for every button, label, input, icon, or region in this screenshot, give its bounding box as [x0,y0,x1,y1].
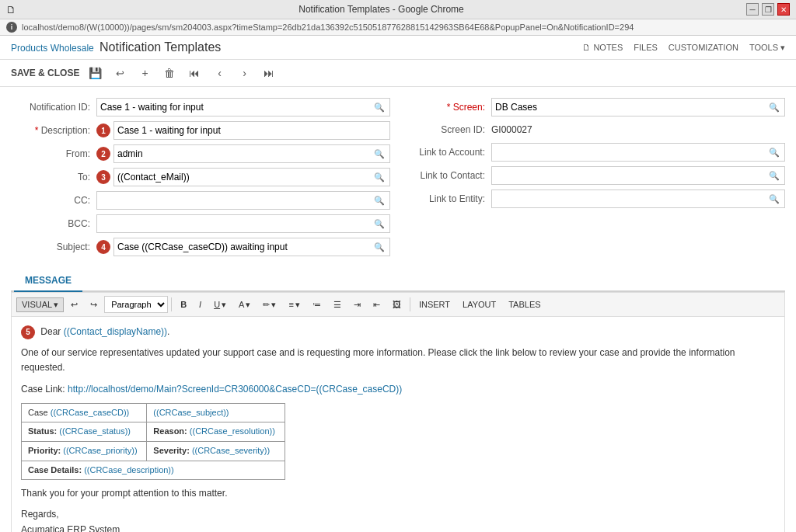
table-row-3: Priority: ((CRCase_priority)) Severity: … [22,441,285,461]
notes-button[interactable]: 🗋 NOTES [582,43,623,52]
align-chevron: ▾ [295,300,300,310]
case-subject-cell: ((CRCase_subject)) [147,403,285,422]
restore-button[interactable]: ❐ [762,3,774,16]
from-input[interactable] [117,148,372,159]
page-wrapper: 🗋 Notification Templates - Google Chrome… [0,0,796,532]
align-button[interactable]: ≡ ▾ [283,297,305,312]
last-button[interactable]: ⏭ [260,64,278,82]
description-input-wrap [113,121,390,140]
add-button[interactable]: + [135,64,154,82]
layout-button[interactable]: LAYOUT [457,297,501,311]
save-close-button[interactable]: SAVE & CLOSE [11,66,79,80]
paragraph-select[interactable]: Paragraph [104,296,168,313]
font-color-button[interactable]: A ▾ [233,297,256,312]
first-button[interactable]: ⏮ [185,64,204,82]
next-button[interactable]: › [235,64,253,82]
bcc-input[interactable] [100,218,372,229]
priority-label: Priority: [28,446,61,455]
case-link-url: http://localhost/demo/Main?ScreenId=CR30… [68,384,402,395]
form-left-column: Notification ID: 🔍 Description: 1 [11,98,390,261]
italic-button[interactable]: I [194,297,207,311]
customization-button[interactable]: CUSTOMIZATION [669,43,738,52]
to-search-button[interactable]: 🔍 [372,172,386,183]
tools-button[interactable]: TOOLS ▾ [749,43,785,53]
notes-label: NOTES [593,43,623,52]
underline-button[interactable]: U ▾ [208,297,232,312]
page-title: Notification Templates [100,40,221,54]
highlight-button[interactable]: ✏ ▾ [257,297,281,312]
to-input[interactable] [117,172,372,183]
bold-button[interactable]: B [175,297,192,311]
notification-id-input[interactable] [100,102,372,113]
bcc-search-button[interactable]: 🔍 [372,219,386,229]
case-details-label: Case Details: [28,465,82,475]
cc-input[interactable] [100,195,372,206]
layout-label: LAYOUT [463,300,496,309]
step-4-badge: 4 [96,240,110,254]
message-body: 5 Dear ((Contact_displayName)). One of o… [21,325,775,532]
notification-id-search-button[interactable]: 🔍 [372,103,386,113]
step-5-badge: 5 [21,325,35,339]
files-button[interactable]: FILES [634,43,658,52]
indent-button[interactable]: ⇥ [348,297,366,312]
outdent-button[interactable]: ⇤ [368,297,386,312]
notification-id-row: Notification ID: 🔍 [11,98,390,116]
link-account-input[interactable] [495,147,767,158]
description-label: Description: [11,125,96,136]
message-tab[interactable]: MESSAGE [14,270,82,292]
to-input-wrap: 🔍 [113,168,390,186]
cc-search-button[interactable]: 🔍 [372,196,386,206]
subject-search-button[interactable]: 🔍 [372,242,386,252]
visual-button[interactable]: VISUAL ▾ [16,297,64,312]
bcc-input-wrap: 🔍 [96,214,390,233]
description-input[interactable] [117,125,386,136]
link-contact-input-wrap: 🔍 [491,166,785,185]
close-button[interactable]: ✕ [777,3,790,16]
prev-button[interactable]: ‹ [210,64,229,82]
link-account-search-button[interactable]: 🔍 [767,148,781,158]
link-entity-search-button[interactable]: 🔍 [767,194,781,204]
undo-button[interactable]: ↩ [110,64,129,82]
insert-label: INSERT [419,300,450,309]
media-button[interactable]: 🖼 [387,297,407,311]
description-row: Description: 1 [11,121,390,140]
link-contact-search-button[interactable]: 🔍 [767,171,781,181]
body-paragraph-1: One of our service representatives updat… [21,346,775,375]
screen-id-value: GI000027 [491,121,532,138]
severity-label: Severity: [153,446,189,455]
screen-input-wrap: 🔍 [491,98,785,116]
link-contact-input[interactable] [495,170,767,181]
case-cd-var: ((CRCase_caseCD)) [51,408,129,417]
severity-var: ((CRCase_severity)) [192,446,270,455]
tables-label: TABLES [508,300,540,309]
subject-label: Subject: [11,242,96,252]
cc-label: CC: [11,195,96,206]
screen-input[interactable] [495,102,767,113]
from-input-wrap: 🔍 [113,144,390,163]
link-entity-input[interactable] [495,193,767,204]
table-row-4: Case Details: ((CRCase_description)) [22,461,285,480]
redo-editor-button[interactable]: ↪ [85,297,103,312]
window-icon: 🗋 [6,4,16,16]
minimize-button[interactable]: ─ [746,3,759,16]
subject-input[interactable] [117,242,372,252]
unordered-list-button[interactable]: ☰ [328,297,347,312]
insert-button[interactable]: INSERT [414,297,456,311]
link-entity-input-wrap: 🔍 [491,190,785,208]
files-label: FILES [634,43,658,52]
from-row: From: 2 🔍 [11,144,390,163]
ordered-list-button[interactable]: ≔ [307,297,326,312]
save-button[interactable]: 💾 [86,64,104,82]
editor-area[interactable]: 5 Dear ((Contact_displayName)). One of o… [11,316,785,532]
tables-button[interactable]: TABLES [503,297,546,311]
status-var: ((CRCase_status)) [59,426,131,436]
from-search-button[interactable]: 🔍 [372,149,386,159]
bcc-row: BCC: 🔍 [11,214,390,233]
delete-button[interactable]: 🗑 [160,64,179,82]
window-title: Notification Templates - Google Chrome [16,4,746,15]
undo-editor-button[interactable]: ↩ [65,297,83,312]
info-icon: i [6,22,17,33]
priority-cell: Priority: ((CRCase_priority)) [22,441,147,461]
screen-search-button[interactable]: 🔍 [767,103,781,113]
reason-cell: Reason: ((CRCase_resolution)) [147,422,285,442]
